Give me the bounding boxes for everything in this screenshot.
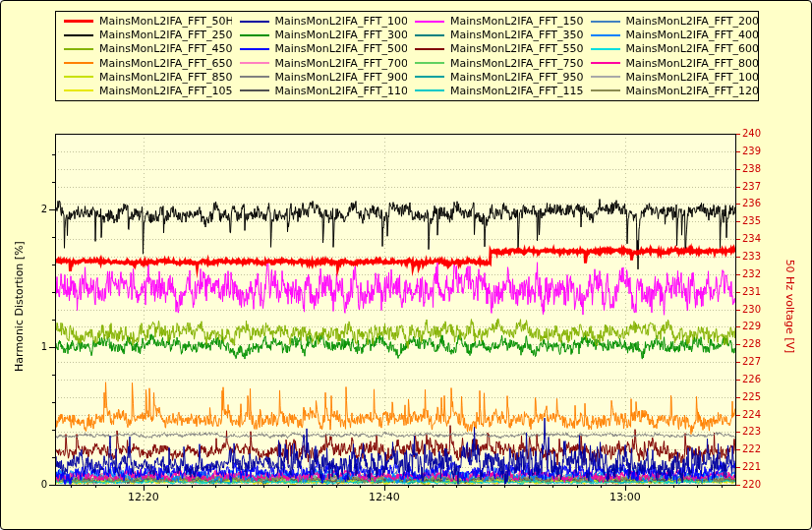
legend-line-sample [64, 34, 93, 36]
legend-label: MainsMonL2IFA_FFT_850Hz [99, 71, 232, 84]
legend-line-sample [415, 62, 444, 64]
legend-item[interactable]: MainsMonL2IFA_FFT_1050Hz [56, 85, 232, 97]
legend-label: MainsMonL2IFA_FFT_1050Hz [99, 85, 232, 97]
legend-line-sample [591, 76, 620, 78]
legend-label: MainsMonL2IFA_FFT_1100Hz [275, 85, 408, 97]
legend-line-sample [240, 21, 269, 23]
legend-item[interactable]: MainsMonL2IFA_FFT_850Hz [56, 71, 232, 84]
legend-item[interactable]: MainsMonL2IFA_FFT_550Hz [407, 42, 583, 55]
legend-line-sample [240, 62, 269, 64]
legend-item[interactable]: MainsMonL2IFA_FFT_300Hz [232, 29, 408, 41]
legend-label: MainsMonL2IFA_FFT_550Hz [450, 42, 583, 55]
legend-label: MainsMonL2IFA_FFT_1000Hz [626, 71, 759, 84]
legend-item[interactable]: MainsMonL2IFA_FFT_700Hz [232, 57, 408, 70]
legend-label: MainsMonL2IFA_FFT_150Hz [450, 15, 583, 28]
legend-line-sample [64, 20, 93, 23]
legend-item[interactable]: MainsMonL2IFA_FFT_950Hz [407, 71, 583, 84]
legend-line-sample [240, 48, 269, 50]
legend-line-sample [415, 76, 444, 78]
legend-label: MainsMonL2IFA_FFT_350Hz [450, 29, 583, 41]
legend-label: MainsMonL2IFA_FFT_1200Hz [626, 85, 759, 97]
legend-item[interactable]: MainsMonL2IFA_FFT_600Hz [583, 42, 759, 55]
legend-label: MainsMonL2IFA_FFT_450Hz [99, 42, 232, 55]
legend-item[interactable]: MainsMonL2IFA_FFT_750Hz [407, 57, 583, 70]
legend-label: MainsMonL2IFA_FFT_700Hz [275, 57, 408, 70]
legend-line-sample [240, 34, 269, 36]
legend-item[interactable]: MainsMonL2IFA_FFT_250Hz [56, 29, 232, 41]
legend-label: MainsMonL2IFA_FFT_750Hz [450, 57, 583, 70]
legend-label: MainsMonL2IFA_FFT_800Hz [626, 57, 759, 70]
legend-label: MainsMonL2IFA_FFT_400Hz [626, 29, 759, 41]
chart-window: MainsMonL2IFA_FFT_50HzMainsMonL2IFA_FFT_… [0, 0, 812, 530]
legend-line-sample [591, 48, 620, 50]
legend-item[interactable]: MainsMonL2IFA_FFT_100Hz [232, 15, 408, 28]
legend-item[interactable]: MainsMonL2IFA_FFT_650Hz [56, 57, 232, 70]
legend-line-sample [415, 34, 444, 36]
legend-line-sample [591, 21, 620, 23]
legend-item[interactable]: MainsMonL2IFA_FFT_900Hz [232, 71, 408, 84]
legend-line-sample [591, 62, 620, 64]
legend-item[interactable]: MainsMonL2IFA_FFT_800Hz [583, 57, 759, 70]
legend-line-sample [415, 89, 444, 91]
legend-line-sample [240, 76, 269, 78]
legend-item[interactable]: MainsMonL2IFA_FFT_200Hz [583, 15, 759, 28]
legend-line-sample [591, 34, 620, 36]
legend-item[interactable]: MainsMonL2IFA_FFT_150Hz [407, 15, 583, 28]
legend-line-sample [415, 48, 444, 50]
legend-item[interactable]: MainsMonL2IFA_FFT_500Hz [232, 42, 408, 55]
legend-item[interactable]: MainsMonL2IFA_FFT_1150Hz [407, 85, 583, 97]
legend-item[interactable]: MainsMonL2IFA_FFT_1200Hz [583, 85, 759, 97]
legend: MainsMonL2IFA_FFT_50HzMainsMonL2IFA_FFT_… [55, 11, 759, 101]
legend-label: MainsMonL2IFA_FFT_200Hz [626, 15, 759, 28]
legend-line-sample [64, 48, 93, 50]
legend-line-sample [591, 89, 620, 91]
legend-label: MainsMonL2IFA_FFT_950Hz [450, 71, 583, 84]
legend-label: MainsMonL2IFA_FFT_900Hz [275, 71, 408, 84]
legend-label: MainsMonL2IFA_FFT_1150Hz [450, 85, 583, 97]
legend-label: MainsMonL2IFA_FFT_500Hz [275, 42, 408, 55]
legend-item[interactable]: MainsMonL2IFA_FFT_50Hz [56, 15, 232, 28]
legend-label: MainsMonL2IFA_FFT_600Hz [626, 42, 759, 55]
legend-line-sample [64, 76, 93, 78]
legend-item[interactable]: MainsMonL2IFA_FFT_450Hz [56, 42, 232, 55]
legend-label: MainsMonL2IFA_FFT_50Hz [99, 15, 232, 28]
legend-line-sample [64, 62, 93, 64]
legend-label: MainsMonL2IFA_FFT_300Hz [275, 29, 408, 41]
legend-line-sample [415, 21, 444, 23]
legend-label: MainsMonL2IFA_FFT_100Hz [275, 15, 408, 28]
legend-label: MainsMonL2IFA_FFT_250Hz [99, 29, 232, 41]
legend-item[interactable]: MainsMonL2IFA_FFT_350Hz [407, 29, 583, 41]
legend-item[interactable]: MainsMonL2IFA_FFT_1000Hz [583, 71, 759, 84]
legend-item[interactable]: MainsMonL2IFA_FFT_1100Hz [232, 85, 408, 97]
legend-line-sample [64, 89, 93, 91]
legend-label: MainsMonL2IFA_FFT_650Hz [99, 57, 232, 70]
legend-item[interactable]: MainsMonL2IFA_FFT_400Hz [583, 29, 759, 41]
legend-line-sample [240, 89, 269, 91]
